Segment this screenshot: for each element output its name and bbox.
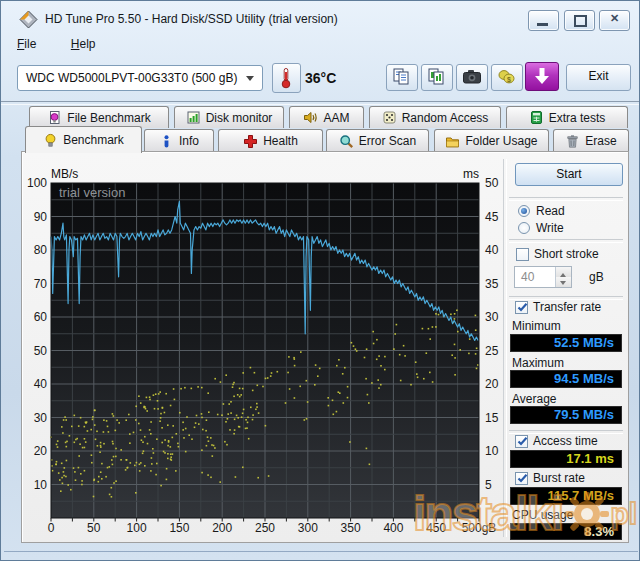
- maximum-label: Maximum: [512, 356, 564, 370]
- drive-select[interactable]: WDC WD5000LPVT-00G33T0 (500 gB): [17, 65, 263, 91]
- separator: [509, 197, 623, 201]
- short-stroke-checkbox[interactable]: [516, 248, 529, 261]
- checkmark-icon: [516, 301, 529, 314]
- trash-icon: [565, 134, 580, 149]
- hd-tune-window: HD Tune Pro 5.50 - Hard Disk/SSD Utility…: [0, 0, 640, 561]
- burst-rate-label: Burst rate: [533, 471, 585, 485]
- maximize-icon: [574, 15, 587, 27]
- read-radio[interactable]: [518, 205, 530, 217]
- down-arrow-icon: [560, 281, 566, 288]
- screenshot-button[interactable]: [456, 64, 488, 91]
- tab-aam[interactable]: AAM: [289, 106, 364, 128]
- copy-image-button[interactable]: [421, 64, 453, 91]
- temperature-value: 36°C: [305, 70, 336, 86]
- checkmark-icon: [516, 472, 529, 485]
- download-icon: [533, 67, 551, 86]
- tab-erase[interactable]: Erase: [553, 129, 629, 152]
- write-radio[interactable]: [518, 222, 530, 234]
- tab-random-access[interactable]: Random Access: [369, 106, 501, 128]
- dice-icon: [382, 110, 397, 125]
- tab-disk-monitor[interactable]: Disk monitor: [174, 106, 284, 128]
- tab-label: File Benchmark: [67, 111, 150, 125]
- burst-rate-value: 115.7 MB/s: [510, 487, 622, 505]
- toolbar-separator: [1, 101, 640, 105]
- access-time-checkbox[interactable]: [515, 435, 528, 448]
- tab-label: Extra tests: [549, 111, 606, 125]
- average-value: 79.5 MB/s: [510, 406, 622, 424]
- copy-text-button[interactable]: [386, 64, 418, 91]
- tab-label: Disk monitor: [206, 111, 273, 125]
- spinner-down[interactable]: [556, 277, 571, 287]
- svg-text:$: $: [507, 76, 511, 84]
- short-stroke-label: Short stroke: [534, 247, 599, 261]
- average-label: Average: [512, 392, 556, 406]
- copy-image-icon: [427, 68, 446, 86]
- info-icon: [159, 134, 174, 149]
- folder-icon: [445, 134, 460, 149]
- cpu-usage-value: 8.3%: [510, 523, 622, 540]
- start-button[interactable]: Start: [515, 163, 623, 186]
- minimum-value: 52.5 MB/s: [510, 334, 622, 352]
- download-update-button[interactable]: [525, 62, 559, 91]
- exit-button[interactable]: Exit: [566, 64, 631, 91]
- copy-text-icon: [392, 68, 411, 86]
- spinner-buttons[interactable]: [555, 267, 571, 287]
- minimum-label: Minimum: [512, 319, 561, 333]
- capacity-value: 40: [521, 270, 534, 284]
- separator: [509, 239, 623, 243]
- chevron-down-icon: [246, 76, 254, 85]
- tab-folder-usage[interactable]: Folder Usage: [434, 129, 549, 152]
- up-arrow-icon: [560, 270, 566, 277]
- write-label: Write: [536, 221, 564, 235]
- tab-label: AAM: [323, 111, 349, 125]
- burst-rate-checkbox[interactable]: [515, 472, 528, 485]
- tab-label: Health: [263, 134, 298, 148]
- tab-label: Info: [179, 134, 199, 148]
- benchmark-bulb-icon: [43, 133, 58, 148]
- cpu-usage-label: CPU usage: [512, 508, 573, 522]
- app-icon: [19, 10, 38, 29]
- tab-info[interactable]: Info: [144, 129, 214, 152]
- tab-error-scan[interactable]: Error Scan: [326, 129, 429, 152]
- disk-monitor-icon: [186, 110, 201, 125]
- checkmark-icon: [516, 435, 529, 448]
- transfer-rate-label: Transfer rate: [533, 300, 601, 314]
- close-button[interactable]: ✕: [599, 10, 630, 31]
- capacity-unit-label: gB: [589, 270, 604, 284]
- health-cross-icon: [243, 134, 258, 149]
- drive-select-value: WDC WD5000LPVT-00G33T0 (500 gB): [26, 71, 237, 85]
- capacity-spinner[interactable]: 40: [514, 266, 572, 288]
- access-time-value: 17.1 ms: [510, 450, 622, 468]
- tab-label: Error Scan: [359, 134, 416, 148]
- minimize-icon: [537, 23, 548, 26]
- menu-help[interactable]: Help: [63, 35, 104, 53]
- read-label: Read: [536, 204, 565, 218]
- camera-icon: [462, 69, 482, 85]
- tab-label: Erase: [585, 134, 616, 148]
- tab-health[interactable]: Health: [218, 129, 323, 152]
- tab-label: Random Access: [402, 111, 489, 125]
- file-benchmark-icon: [47, 110, 62, 125]
- speaker-icon: [303, 110, 318, 125]
- tab-extra-tests[interactable]: Extra tests: [506, 106, 628, 128]
- coins-icon: $: [497, 68, 517, 86]
- tab-label: Benchmark: [63, 133, 124, 147]
- window-title: HD Tune Pro 5.50 - Hard Disk/SSD Utility…: [45, 12, 338, 26]
- close-icon: ✕: [600, 12, 629, 25]
- tab-benchmark[interactable]: Benchmark: [25, 126, 142, 153]
- window-bottom-edge: [4, 551, 638, 552]
- access-time-label: Access time: [533, 434, 598, 448]
- tab-label: Folder Usage: [465, 134, 537, 148]
- thermometer-icon: [279, 67, 293, 89]
- calculator-icon: [529, 110, 544, 125]
- menu-bar: File Help: [9, 34, 104, 53]
- submit-results-button[interactable]: $: [491, 64, 523, 91]
- maximize-button[interactable]: [564, 10, 595, 31]
- menu-file[interactable]: File: [9, 35, 44, 53]
- panel-separator: [503, 159, 507, 537]
- tab-file-benchmark[interactable]: File Benchmark: [29, 106, 169, 128]
- temperature-button[interactable]: [272, 63, 301, 93]
- minimize-button[interactable]: [528, 10, 559, 31]
- transfer-rate-checkbox[interactable]: [515, 301, 528, 314]
- maximum-value: 94.5 MB/s: [510, 370, 622, 388]
